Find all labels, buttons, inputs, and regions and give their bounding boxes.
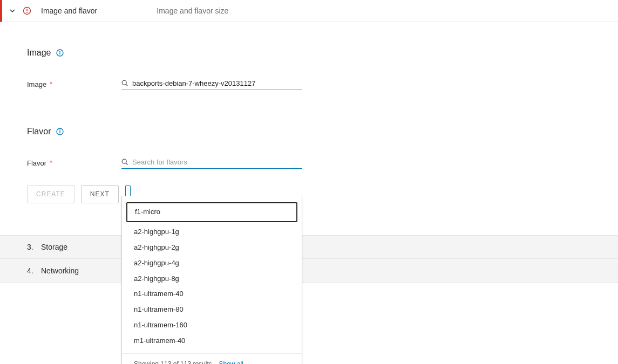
image-search-wrap[interactable] <box>121 78 302 90</box>
step-title: Image and flavor <box>41 6 97 15</box>
create-button: Create <box>27 185 74 203</box>
svg-point-9 <box>59 129 60 131</box>
dropdown-footer: Showing 113 of 113 results. Show all... <box>122 353 302 364</box>
image-search-input[interactable] <box>132 78 302 88</box>
flavor-search-wrap[interactable] <box>121 157 302 169</box>
flavor-option[interactable]: f1-micro <box>126 202 297 222</box>
svg-line-7 <box>126 84 127 86</box>
flavor-option[interactable]: n1-ultramem-40 <box>122 286 302 302</box>
flavor-option[interactable]: m1-ultramem-80 <box>122 349 302 353</box>
flavor-dropdown-list[interactable]: f1-microa2-highgpu-1ga2-highgpu-2ga2-hig… <box>122 196 302 353</box>
collapsed-step[interactable]: 4.Networking <box>0 259 618 283</box>
next-button[interactable]: Next <box>81 185 119 203</box>
svg-point-4 <box>59 51 60 52</box>
step-number: 4. <box>27 266 41 275</box>
flavor-section-heading: Flavor <box>27 127 591 136</box>
flavor-dropdown: f1-microa2-highgpu-1ga2-highgpu-2ga2-hig… <box>121 196 302 364</box>
svg-point-2 <box>26 12 28 13</box>
flavor-option[interactable]: a2-highgpu-4g <box>122 256 302 271</box>
required-asterisk: * <box>50 80 52 88</box>
image-heading-text: Image <box>27 48 51 58</box>
step-subtitle: Image and flavor size <box>157 6 228 15</box>
svg-point-6 <box>122 80 126 85</box>
image-section-heading: Image <box>27 48 591 58</box>
step-label: Storage <box>41 243 67 251</box>
flavor-option[interactable]: n1-ultramem-80 <box>122 302 302 318</box>
collapsed-step[interactable]: 3.Storage <box>0 235 618 259</box>
step-label: Networking <box>41 266 79 275</box>
search-icon <box>121 159 129 166</box>
flavor-option[interactable]: a2-highgpu-2g <box>122 240 302 256</box>
search-icon <box>121 80 129 87</box>
required-asterisk: * <box>50 159 52 167</box>
flavor-search-input[interactable] <box>132 157 302 167</box>
active-step-header[interactable]: Image and flavor Image and flavor size <box>0 0 618 22</box>
flavor-option[interactable]: m1-ultramem-40 <box>122 333 302 349</box>
flavor-option[interactable]: a2-highgpu-1g <box>122 224 302 240</box>
info-icon[interactable] <box>56 49 64 57</box>
warning-icon <box>23 6 31 15</box>
flavor-field-label: Flavor * <box>27 159 121 167</box>
image-field-label: Image * <box>27 80 121 88</box>
flavor-option[interactable]: a2-highgpu-8g <box>122 271 302 287</box>
step-number: 3. <box>27 243 41 251</box>
svg-point-11 <box>122 159 126 163</box>
show-all-link[interactable]: Show all... <box>219 360 248 364</box>
flavor-heading-text: Flavor <box>27 127 51 136</box>
info-icon[interactable] <box>56 128 64 135</box>
flavor-option[interactable]: n1-ultramem-160 <box>122 318 302 333</box>
dropdown-result-count: Showing 113 of 113 results. <box>134 360 214 364</box>
chevron-down-icon <box>9 7 16 15</box>
svg-line-12 <box>126 163 127 164</box>
